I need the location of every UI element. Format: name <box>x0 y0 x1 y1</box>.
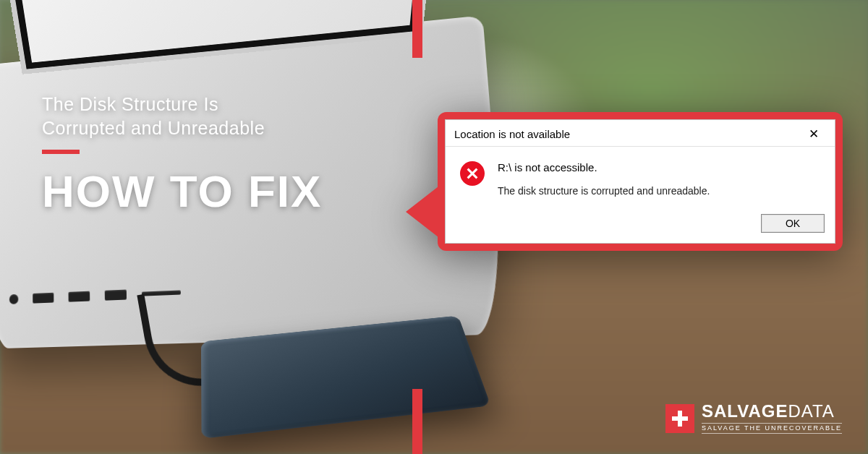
port-thunderbolt <box>105 290 127 301</box>
message-line2: The disk structure is corrupted and unre… <box>498 185 710 197</box>
brand-light: DATA <box>788 401 834 421</box>
callout-arrow-icon <box>406 181 445 242</box>
callout-frame: Location is not available ✕ R:\ is not a… <box>438 112 843 251</box>
accent-bar-top <box>412 0 422 58</box>
dialog-message: R:\ is not accessible. The disk structur… <box>498 161 710 197</box>
message-line1: R:\ is not accessible. <box>498 161 710 174</box>
dialog-footer: OK <box>446 207 835 243</box>
error-dialog: Location is not available ✕ R:\ is not a… <box>445 119 835 244</box>
accent-bar-bottom <box>412 389 422 454</box>
headline-title: HOW TO FIX <box>42 166 322 217</box>
dialog-body: R:\ is not accessible. The disk structur… <box>446 147 835 207</box>
headline-subtitle: The Disk Structure Is Corrupted and Unre… <box>42 93 322 140</box>
ok-button[interactable]: OK <box>761 214 825 233</box>
headline-block: The Disk Structure Is Corrupted and Unre… <box>42 93 322 217</box>
brand-logo: SALVAGEDATA SALVAGE THE UNRECOVERABLE <box>665 403 842 434</box>
port-usb <box>33 293 54 304</box>
brand-text: SALVAGEDATA SALVAGE THE UNRECOVERABLE <box>702 403 842 434</box>
port-usb <box>69 291 90 302</box>
brand-name: SALVAGEDATA <box>702 403 842 420</box>
brand-tagline: SALVAGE THE UNRECOVERABLE <box>702 423 842 434</box>
port-audio <box>9 294 19 304</box>
dialog-title-text: Location is not available <box>454 128 570 140</box>
subtitle-line2: Corrupted and Unreadable <box>42 118 265 138</box>
dialog-callout: Location is not available ✕ R:\ is not a… <box>438 112 843 251</box>
dialog-titlebar: Location is not available ✕ <box>446 120 835 147</box>
brand-bold: SALVAGE <box>702 401 788 421</box>
error-icon <box>460 161 485 186</box>
close-icon: ✕ <box>809 128 819 140</box>
plus-icon <box>665 404 694 433</box>
close-button[interactable]: ✕ <box>801 126 826 142</box>
subtitle-line1: The Disk Structure Is <box>42 94 218 114</box>
accent-underline <box>42 150 80 154</box>
